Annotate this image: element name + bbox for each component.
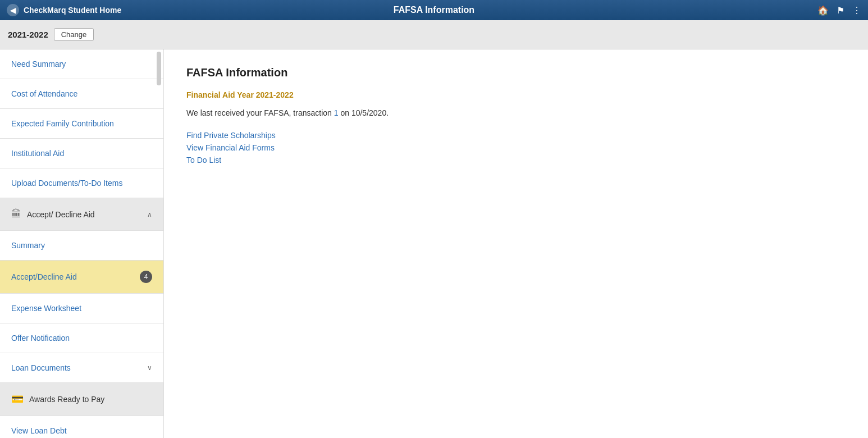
fafsa-text-after: on 10/5/2020.	[339, 108, 389, 117]
sidebar-item-need-summary[interactable]: Need Summary	[0, 49, 163, 79]
sidebar-item-view-loan-debt[interactable]: View Loan Debt	[0, 416, 163, 438]
scroll-indicator	[157, 52, 161, 85]
to-do-list-link[interactable]: To Do List	[186, 156, 846, 165]
sidebar-item-institutional-aid[interactable]: Institutional Aid	[0, 139, 163, 168]
app-name-label[interactable]: CheckMarq Student Home	[24, 6, 121, 15]
sidebar-item-awards-ready-to-pay[interactable]: 💳 Awards Ready to Pay	[0, 383, 163, 416]
change-year-button[interactable]: Change	[54, 28, 94, 41]
content-area: FAFSA Information Financial Aid Year 202…	[164, 49, 868, 438]
sidebar: Need Summary Cost of Attendance Expected…	[0, 49, 164, 438]
sidebar-item-loan-documents[interactable]: Loan Documents ∨	[0, 353, 163, 383]
year-label: 2021-2022	[8, 30, 48, 39]
chevron-up-icon: ∧	[147, 211, 152, 218]
fafsa-transaction-number: 1	[334, 108, 339, 117]
sidebar-item-expense-worksheet[interactable]: Expense Worksheet	[0, 294, 163, 323]
section-icon-building: 🏛	[11, 208, 21, 220]
view-financial-aid-forms-link[interactable]: View Financial Aid Forms	[186, 143, 846, 152]
accept-decline-badge: 4	[140, 271, 152, 283]
header-right: 🏠 ⚑ ⋮	[817, 5, 861, 16]
sidebar-section-accept-decline-aid[interactable]: 🏛 Accept/ Decline Aid ∧	[0, 198, 163, 231]
more-icon[interactable]: ⋮	[852, 5, 861, 16]
content-links: Find Private Scholarships View Financial…	[186, 131, 846, 165]
awards-icon: 💳	[11, 393, 24, 405]
year-bar: 2021-2022 Change	[0, 20, 868, 49]
fafsa-text-before: We last received your FAFSA, transaction	[186, 108, 334, 117]
sidebar-item-summary[interactable]: Summary	[0, 231, 163, 261]
home-icon[interactable]: 🏠	[817, 5, 829, 16]
sidebar-item-upload-documents[interactable]: Upload Documents/To-Do Items	[0, 168, 163, 198]
content-title: FAFSA Information	[186, 66, 846, 79]
main-layout: Need Summary Cost of Attendance Expected…	[0, 49, 868, 438]
page-title: FAFSA Information	[394, 5, 474, 15]
app-header: ◀ CheckMarq Student Home FAFSA Informati…	[0, 0, 868, 20]
fafsa-info-text: We last received your FAFSA, transaction…	[186, 108, 846, 117]
flag-icon[interactable]: ⚑	[837, 5, 844, 16]
sidebar-item-offer-notification[interactable]: Offer Notification	[0, 323, 163, 353]
sidebar-item-expected-family-contribution[interactable]: Expected Family Contribution	[0, 109, 163, 139]
sidebar-item-cost-of-attendance[interactable]: Cost of Attendance	[0, 79, 163, 109]
chevron-down-icon: ∨	[147, 364, 152, 372]
back-button[interactable]: ◀	[7, 4, 19, 16]
sidebar-item-accept-decline-aid[interactable]: Accept/Decline Aid 4	[0, 261, 163, 294]
financial-year-label: Financial Aid Year 2021-2022	[186, 90, 846, 99]
find-private-scholarships-link[interactable]: Find Private Scholarships	[186, 131, 846, 140]
header-left: ◀ CheckMarq Student Home	[7, 4, 121, 16]
